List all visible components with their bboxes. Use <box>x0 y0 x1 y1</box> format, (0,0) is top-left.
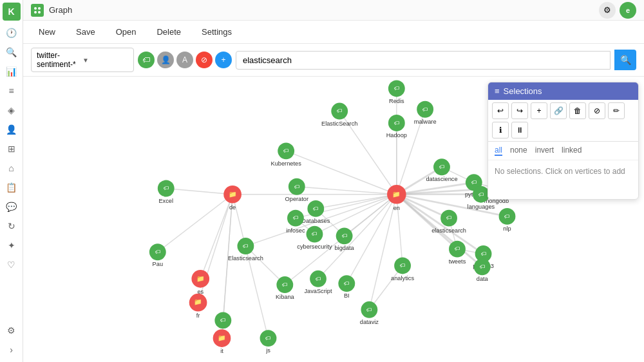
svg-text:🏷: 🏷 <box>155 249 160 255</box>
node-js[interactable]: 🏷 js <box>260 330 277 354</box>
sidebar-item-document[interactable]: 📋 <box>3 178 21 196</box>
delete-button[interactable]: Delete <box>149 24 189 39</box>
node-dataviz[interactable]: 🏷 dataviz <box>360 301 379 325</box>
sidebar-item-layers[interactable]: ◈ <box>3 101 21 119</box>
search-button[interactable]: 🔍 <box>614 50 636 70</box>
node-analytics[interactable]: 🏷 analytics <box>391 258 414 281</box>
svg-text:🏷: 🏷 <box>312 231 317 237</box>
node-infosec[interactable]: 🏷 infosec <box>286 210 305 234</box>
app-logo[interactable]: K <box>3 3 21 21</box>
add-button[interactable]: + <box>531 102 547 119</box>
node-kibana[interactable]: 🏷 Kibana <box>276 276 295 300</box>
sidebar-item-chat[interactable]: 💬 <box>3 198 21 216</box>
svg-line-30 <box>166 189 232 195</box>
search-input[interactable] <box>236 51 611 70</box>
node-redis[interactable]: 🏷 Redis <box>388 81 405 104</box>
sidebar-item-grid[interactable]: ⊞ <box>3 140 21 158</box>
svg-text:nlp: nlp <box>503 225 511 232</box>
svg-text:📁: 📁 <box>218 334 226 342</box>
index-selector[interactable]: twitter-sentiment-* ▼ <box>31 48 134 72</box>
svg-point-3 <box>38 11 41 14</box>
svg-text:bigdata: bigdata <box>334 245 354 251</box>
block-filter-icon[interactable]: ⊘ <box>196 52 213 68</box>
avatar-btn[interactable]: e <box>620 2 636 19</box>
node-elasticsearch-top[interactable]: 🏷 ElasticSearch <box>321 103 357 127</box>
node-operator[interactable]: 🏷 Operator <box>285 178 308 202</box>
sidebar-item-refresh[interactable]: ↻ <box>3 217 21 235</box>
page-title: Graph <box>49 5 72 15</box>
node-datascience[interactable]: 🏷 datascience <box>426 158 457 182</box>
node-excel[interactable]: 🏷 Excel <box>158 180 175 204</box>
sidebar-item-search[interactable]: 🔍 <box>3 43 21 61</box>
new-button[interactable]: New <box>31 24 63 39</box>
svg-point-2 <box>34 11 37 14</box>
sidebar-item-heart[interactable]: ♡ <box>3 256 21 274</box>
nodes[interactable]: 🏷 Redis 🏷 malware 🏷 ElasticSearch 🏷 Hado… <box>149 81 516 355</box>
redo-button[interactable]: ↪ <box>511 102 528 119</box>
node-es[interactable]: 📁 es <box>191 270 209 295</box>
settings-icon-btn[interactable]: ⚙ <box>599 2 616 19</box>
graph-area[interactable]: 🏷 Redis 🏷 malware 🏷 ElasticSearch 🏷 Hado… <box>23 77 644 362</box>
sidebar-item-chart[interactable]: 📊 <box>3 62 21 81</box>
sidebar-item-users[interactable]: 👤 <box>3 120 21 138</box>
svg-text:datascience: datascience <box>426 176 457 182</box>
open-button[interactable]: Open <box>108 24 144 39</box>
svg-text:Kubernetes: Kubernetes <box>271 160 302 167</box>
settings-button[interactable]: Settings <box>194 24 240 39</box>
svg-text:Redis: Redis <box>389 98 404 104</box>
save-button[interactable]: Save <box>68 24 103 39</box>
node-hadoop[interactable]: 🏷 Hadoop <box>386 115 407 138</box>
label-filter-icon[interactable]: A <box>176 52 193 68</box>
sidebar-item-expand[interactable]: › <box>3 341 21 359</box>
svg-text:Kibana: Kibana <box>276 294 295 300</box>
selections-header: ≡ Selections <box>488 82 638 100</box>
link-button[interactable]: 🔗 <box>550 102 567 119</box>
tab-none[interactable]: none <box>510 146 527 156</box>
tab-invert[interactable]: invert <box>535 146 554 156</box>
svg-line-27 <box>346 195 397 283</box>
svg-text:js: js <box>265 347 270 354</box>
svg-line-18 <box>297 187 397 195</box>
svg-text:🏷: 🏷 <box>422 106 428 113</box>
node-kubernetes[interactable]: 🏷 Kubernetes <box>271 142 302 166</box>
svg-text:Pau: Pau <box>153 261 163 267</box>
svg-text:cybersecurity: cybersecurity <box>297 243 332 250</box>
sidebar-item-gear[interactable]: ⚙ <box>3 321 21 339</box>
undo-button[interactable]: ↩ <box>492 102 509 119</box>
svg-text:🏷: 🏷 <box>480 263 485 270</box>
node-it[interactable]: 📁 it <box>213 329 231 354</box>
delete-button[interactable]: 🗑 <box>569 102 586 119</box>
node-bi[interactable]: 🏷 BI <box>338 275 355 299</box>
svg-text:🏷: 🏷 <box>294 184 299 190</box>
node-nlp[interactable]: 🏷 nlp <box>499 208 516 232</box>
node-data[interactable]: 🏷 data <box>474 258 491 282</box>
add-filter-icon[interactable]: + <box>215 52 232 68</box>
tab-linked[interactable]: linked <box>562 146 582 156</box>
user-filter-icon[interactable]: 👤 <box>157 52 174 68</box>
node-en[interactable]: 📁 en <box>387 185 406 211</box>
edit-button[interactable]: ✏ <box>608 102 625 119</box>
svg-text:📁: 📁 <box>392 190 401 198</box>
sidebar-item-clock[interactable]: 🕐 <box>3 24 21 42</box>
filter-button[interactable]: ⊘ <box>589 102 605 119</box>
sidebar: K 🕐 🔍 📊 ≡ ◈ 👤 ⊞ ⌂ 📋 💬 ↻ ✦ ♡ ⚙ › <box>0 0 23 362</box>
node-pau[interactable]: 🏷 Pau <box>149 243 166 267</box>
svg-text:🏷: 🏷 <box>400 262 405 269</box>
svg-text:🏷: 🏷 <box>446 214 451 221</box>
info-button[interactable]: ℹ <box>492 122 509 138</box>
tab-all[interactable]: all <box>495 146 502 156</box>
selections-panel: ≡ Selections ↩ ↪ + 🔗 🗑 ⊘ ✏ ℹ ⏸ all none … <box>488 82 639 200</box>
node-elasticsearch-lower[interactable]: 🏷 Elasticsearch <box>228 238 263 262</box>
node-malware[interactable]: 🏷 malware <box>414 101 437 125</box>
sidebar-item-calendar[interactable]: ≡ <box>3 82 21 100</box>
sidebar-item-home[interactable]: ⌂ <box>3 159 21 177</box>
node-de[interactable]: 📁 de <box>223 186 242 211</box>
tag-filter-icon[interactable]: 🏷 <box>138 52 155 68</box>
node-databases[interactable]: 🏷 Databases <box>301 200 330 224</box>
pause-button[interactable]: ⏸ <box>511 122 528 138</box>
svg-text:📁: 📁 <box>229 190 237 198</box>
sidebar-item-star[interactable]: ✦ <box>3 236 21 254</box>
node-javascript[interactable]: 🏷 JavaScript <box>304 271 332 294</box>
node-tweets[interactable]: 🏷 tweets <box>449 241 466 265</box>
node-fr[interactable]: 📁 fr <box>189 294 207 319</box>
